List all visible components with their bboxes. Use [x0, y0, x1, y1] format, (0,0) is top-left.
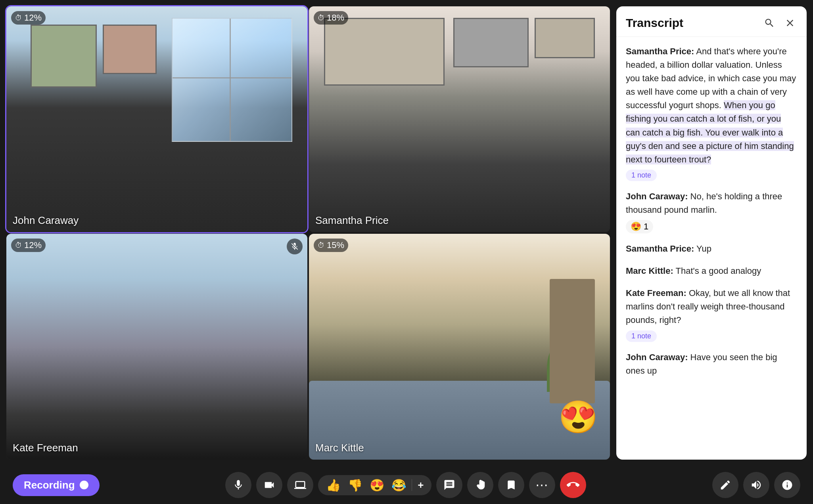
transcript-plain-2: Yup [694, 244, 711, 254]
video-grid: ⏱ 12% John Caraway ⏱ 18% Samantha Price [0, 0, 613, 466]
transcript-plain-3: That's a good analogy [673, 266, 761, 276]
transcript-text-4: Kate Freeman: Okay, but we all know that… [626, 286, 797, 327]
end-call-icon [567, 479, 579, 491]
bookmark-button[interactable] [498, 472, 524, 498]
end-call-button[interactable] [560, 472, 586, 498]
chat-button[interactable] [436, 472, 462, 498]
emoji-overlay-marc: 😍 [558, 399, 598, 436]
name-label-kate: Kate Freeman [13, 442, 78, 454]
recording-dot [80, 481, 88, 489]
edit-icon [719, 479, 731, 491]
emoji-group: 👍 👎 😍 😂 + [318, 475, 431, 495]
camera-button[interactable] [256, 472, 282, 498]
reaction-count-1: 1 [644, 221, 648, 232]
clock-icon-kate: ⏱ [15, 241, 22, 250]
mute-icon [290, 242, 299, 251]
transcript-text-3: Marc Kittle: That's a good analogy [626, 264, 797, 278]
thumbsup-button[interactable]: 👍 [324, 477, 342, 493]
screen-share-button[interactable] [287, 472, 313, 498]
more-icon: ⋯ [535, 477, 549, 493]
transcript-speaker-3: Marc Kittle: [626, 266, 673, 276]
transcript-text-2: Samantha Price: Yup [626, 242, 797, 256]
mic-button[interactable] [225, 472, 251, 498]
transcript-entry-0: Samantha Price: And that's where you're … [626, 45, 797, 181]
camera-icon [263, 479, 275, 491]
toolbar-right [712, 472, 800, 498]
bookmark-icon [505, 479, 517, 491]
transcript-header: Transcript [616, 6, 807, 37]
raise-hand-button[interactable] [467, 472, 493, 498]
laugh-button[interactable]: 😂 [390, 477, 408, 493]
search-icon [764, 17, 775, 29]
name-label-samantha: Samantha Price [315, 214, 389, 227]
stat-badge-marc: ⏱ 15% [314, 239, 348, 252]
recording-button[interactable]: Recording [13, 474, 100, 496]
waveform-button[interactable] [743, 472, 769, 498]
hand-icon [474, 479, 486, 491]
more-button[interactable]: ⋯ [529, 472, 555, 498]
video-cell-marc: ⏱ 15% 😍 Marc Kittle [309, 234, 610, 460]
reaction-emoji-1: 😍 [631, 221, 641, 232]
transcript-entry-3: Marc Kittle: That's a good analogy [626, 264, 797, 278]
info-icon [781, 479, 793, 491]
transcript-entry-4: Kate Freeman: Okay, but we all know that… [626, 286, 797, 342]
transcript-text-0: Samantha Price: And that's where you're … [626, 45, 797, 166]
chat-icon [443, 479, 455, 491]
info-button[interactable] [774, 472, 800, 498]
toolbar-center: 👍 👎 😍 😂 + ⋯ [225, 472, 586, 498]
transcript-actions [762, 16, 797, 30]
transcript-entry-5: John Caraway: Have you seen the big ones… [626, 351, 797, 378]
stat-value-marc: 15% [327, 240, 344, 250]
emoji-separator [412, 479, 412, 491]
transcript-speaker-5: John Caraway: [626, 352, 688, 362]
stat-value-john: 12% [24, 13, 42, 23]
plus-button[interactable]: + [416, 478, 425, 492]
stat-badge-kate: ⏱ 12% [11, 239, 46, 252]
waveform-icon [750, 479, 762, 491]
transcript-close-button[interactable] [783, 16, 797, 30]
name-label-marc: Marc Kittle [315, 442, 364, 454]
transcript-body[interactable]: Samantha Price: And that's where you're … [616, 37, 807, 460]
stat-badge-samantha: ⏱ 18% [314, 11, 348, 25]
transcript-search-button[interactable] [762, 16, 777, 30]
video-cell-samantha: ⏱ 18% Samantha Price [309, 6, 610, 232]
thumbsdown-button[interactable]: 👎 [346, 477, 364, 493]
clock-icon-samantha: ⏱ [318, 14, 325, 22]
clock-icon-john: ⏱ [15, 14, 22, 22]
transcript-speaker-1: John Caraway: [626, 191, 688, 201]
transcript-speaker-4: Kate Freeman: [626, 288, 686, 298]
screen-share-icon [294, 479, 306, 491]
mute-badge-kate [287, 239, 303, 254]
transcript-text-1: John Caraway: No, he's holding a three t… [626, 190, 797, 217]
name-label-john: John Caraway [13, 214, 79, 227]
transcript-speaker-2: Samantha Price: [626, 244, 694, 254]
transcript-entry-1: John Caraway: No, he's holding a three t… [626, 190, 797, 233]
stat-badge-john: ⏱ 12% [11, 11, 46, 25]
clock-icon-marc: ⏱ [318, 241, 325, 250]
main-content: ⏱ 12% John Caraway ⏱ 18% Samantha Price [0, 0, 813, 466]
transcript-entry-2: Samantha Price: Yup [626, 242, 797, 256]
reaction-badge-1[interactable]: 😍 1 [626, 220, 653, 233]
transcript-title: Transcript [626, 16, 683, 30]
note-badge-4[interactable]: 1 note [626, 330, 657, 342]
mic-icon [232, 479, 244, 491]
transcript-text-5: John Caraway: Have you seen the big ones… [626, 351, 797, 378]
heart-eyes-button[interactable]: 😍 [368, 477, 386, 493]
edit-button[interactable] [712, 472, 738, 498]
toolbar-left: Recording [13, 474, 100, 496]
close-icon [784, 17, 796, 29]
video-cell-kate: ⏱ 12% Kate Freeman [6, 234, 307, 460]
toolbar: Recording 👍 👎 😍 😂 + [0, 466, 813, 504]
transcript-panel: Transcript Samantha Price: And that [616, 6, 807, 460]
recording-label: Recording [24, 479, 75, 491]
stat-value-kate: 12% [24, 240, 42, 250]
transcript-speaker-0: Samantha Price: [626, 46, 694, 56]
note-badge-0[interactable]: 1 note [626, 170, 657, 181]
stat-value-samantha: 18% [327, 13, 344, 23]
video-cell-john: ⏱ 12% John Caraway [6, 6, 307, 232]
